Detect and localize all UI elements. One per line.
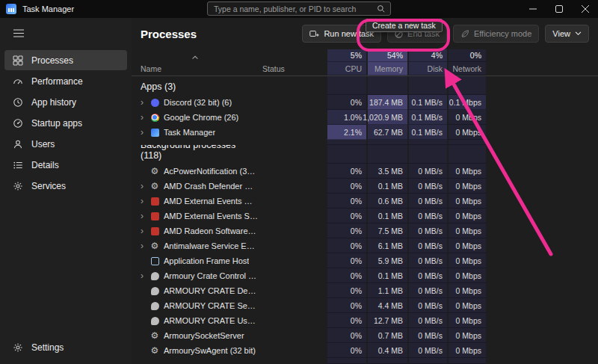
sidebar-item-services[interactable]: Services — [4, 176, 127, 196]
sidebar-item-performance[interactable]: Performance — [4, 71, 127, 91]
process-name: ARMOURY CRATE User Sessio... — [164, 316, 258, 325]
status-cell — [258, 209, 326, 223]
process-row[interactable]: ›AMD External Events Client M...0%0.6 MB… — [132, 194, 598, 209]
expand-chevron-icon[interactable]: › — [141, 197, 150, 206]
column-header-status[interactable]: Status — [258, 62, 326, 75]
column-header-cpu[interactable]: CPU — [326, 62, 366, 75]
process-row[interactable]: ›AMD Radeon Software (5)0%7.5 MB0 MB/s0 … — [132, 223, 598, 238]
sidebar-item-startup-apps[interactable]: Startup apps — [4, 113, 127, 133]
cpu-cell: 2.1% — [326, 125, 366, 140]
process-row[interactable]: ⚙AcPowerNotification (32 bit)0%3.5 MB0 M… — [132, 164, 598, 179]
status-cell — [258, 343, 326, 358]
cpu-cell: 0% — [326, 238, 366, 253]
process-row[interactable]: ›Armoury Crate Control Interface0%0.1 MB… — [132, 268, 598, 283]
disk-cell: 0 MB/s — [407, 164, 447, 179]
process-name: AcPowerNotification (32 bit) — [164, 167, 258, 176]
network-cell: 0 Mbps — [447, 179, 486, 194]
status-cell — [258, 110, 326, 125]
process-row[interactable]: ›Google Chrome (26)1.0%1,020.9 MB0.1 MB/… — [132, 110, 598, 125]
process-name: Armoury Crate Control Interface — [164, 271, 258, 280]
status-cell — [258, 238, 326, 253]
group-header[interactable]: Apps (3) — [132, 76, 598, 95]
sidebar-item-settings[interactable]: Settings — [4, 337, 127, 357]
process-name: ArmourySwAgent (32 bit) — [164, 346, 256, 355]
process-row[interactable]: ›Discord (32 bit) (6)0%187.4 MB0.1 MB/s0… — [132, 95, 598, 110]
expand-chevron-icon[interactable]: › — [141, 271, 150, 280]
process-row[interactable]: ⚙ArmourySwAgent (32 bit)0%0.4 MB0 MB/s0 … — [132, 343, 598, 358]
expand-chevron-icon[interactable]: › — [141, 182, 150, 191]
sidebar-item-processes[interactable]: Processes — [4, 50, 127, 70]
expand-chevron-icon[interactable]: › — [141, 113, 150, 122]
sidebar-item-label: Settings — [31, 342, 64, 353]
expand-chevron-icon[interactable]: › — [141, 128, 150, 137]
process-row[interactable]: ARMOURY CRATE User Sessio...0%12.7 MB0 M… — [132, 313, 598, 328]
sidebar-item-details[interactable]: Details — [4, 155, 127, 175]
expand-chevron-icon[interactable]: › — [141, 241, 150, 250]
status-cell — [258, 328, 326, 343]
disk-cell: 0 MB/s — [407, 253, 447, 268]
network-cell: 0 Mbps — [447, 268, 486, 283]
process-row[interactable]: ›AMD External Events Service ...0%0.1 MB… — [132, 209, 598, 223]
sidebar-item-label: Details — [31, 160, 59, 170]
process-name: AMD External Events Service ... — [164, 212, 258, 220]
column-header-disk[interactable]: Disk — [407, 62, 447, 75]
cpu-cell: 0% — [326, 298, 366, 313]
column-header-name[interactable]: Name — [132, 62, 258, 75]
task-manager-app-icon — [6, 4, 16, 14]
column-header-memory[interactable]: Memory — [366, 62, 407, 75]
window-title: Task Manager — [22, 4, 74, 13]
cpu-cell: 0% — [326, 194, 366, 209]
gear-icon: ⚙ — [150, 182, 159, 191]
chevron-down-icon — [575, 31, 582, 36]
status-cell — [258, 298, 326, 313]
search-box[interactable] — [207, 1, 391, 16]
close-button[interactable] — [572, 0, 598, 18]
cpu-cell: 0% — [326, 223, 366, 238]
memory-cell: 3.5 MB — [366, 164, 407, 179]
sidebar-item-users[interactable]: Users — [4, 134, 127, 154]
efficiency-mode-button[interactable]: Efficiency mode — [453, 25, 539, 43]
sidebar-item-app-history[interactable]: App history — [4, 92, 127, 112]
network-total-pct: 0% — [447, 49, 486, 62]
expand-chevron-icon[interactable]: › — [141, 226, 150, 235]
process-name: ARMOURY CRATE Service — [164, 301, 258, 310]
process-row[interactable]: ›⚙Antimalware Service Executable0%6.1 MB… — [132, 238, 598, 253]
process-row[interactable]: ›Task Manager2.1%62.7 MB0.1 MB/s0 Mbps — [132, 125, 598, 140]
menu-toggle-button[interactable] — [6, 22, 31, 43]
leaf-icon — [460, 29, 469, 38]
disk-cell: 0 MB/s — [407, 298, 447, 313]
process-name: Google Chrome (26) — [164, 113, 238, 122]
status-cell — [258, 194, 326, 209]
sidebar-item-label: Services — [31, 181, 66, 191]
process-row[interactable]: Application Frame Host0%5.9 MB0 MB/s0 Mb… — [132, 253, 598, 268]
group-header[interactable]: Background processes (118) — [132, 145, 598, 164]
sort-indicator[interactable] — [132, 49, 258, 62]
memory-cell: 0.4 MB — [366, 343, 407, 358]
process-row[interactable]: ⚙ArmourySocketServer0%0.7 MB0 MB/s0 Mbps — [132, 328, 598, 343]
performance-icon — [12, 76, 23, 87]
gear-icon: ⚙ — [150, 347, 159, 355]
column-header-network[interactable]: Network — [447, 62, 486, 75]
disk-cell: 0 MB/s — [407, 313, 447, 328]
gear-icon: ⚙ — [150, 242, 159, 250]
process-row[interactable]: ARMOURY CRATE DenoiseAI0%1.1 MB0 MB/s0 M… — [132, 283, 598, 298]
expand-chevron-icon[interactable]: › — [141, 98, 150, 107]
maximize-button[interactable] — [546, 0, 572, 18]
process-row[interactable]: ARMOURY CRATE Service0%4.4 MB0 MB/s0 Mbp… — [132, 298, 598, 313]
memory-cell: 187.4 MB — [366, 95, 407, 110]
task-manager-window: Task Manager ProcessesPerformanceApp his… — [0, 0, 598, 364]
process-name: AMD Radeon Software (5) — [164, 226, 258, 235]
memory-cell: 0.1 MB — [366, 268, 407, 283]
memory-cell: 0.1 MB — [366, 179, 407, 194]
search-icon — [377, 4, 386, 13]
search-input[interactable] — [212, 4, 377, 14]
expand-chevron-icon[interactable]: › — [141, 212, 150, 220]
network-cell: 0 Mbps — [447, 238, 486, 253]
status-cell — [258, 95, 326, 110]
minimize-button[interactable] — [520, 0, 546, 18]
cpu-cell: 1.0% — [326, 110, 366, 125]
process-row[interactable]: ›⚙AMD Crash Defender Service0%0.1 MB0 MB… — [132, 179, 598, 194]
view-button[interactable]: View — [545, 25, 589, 43]
network-cell: 0 Mbps — [447, 328, 486, 343]
disk-cell: 0 MB/s — [407, 238, 447, 253]
